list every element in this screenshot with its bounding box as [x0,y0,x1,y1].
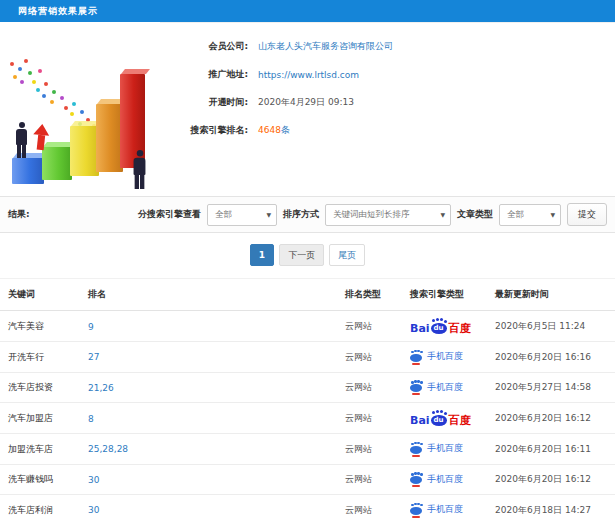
mobile-baidu-label: 手机百度 [427,442,463,455]
baidu-paw-icon: du [431,319,448,334]
info-field-value: 2020年4月29日 09:13 [258,96,354,109]
info-field-label: 开通时间: [160,96,248,109]
rank-type-cell: 云网站 [337,464,402,495]
info-field-value: 山东老人头汽车服务咨询有限公司 [258,40,393,53]
updated-time-cell: 2020年6月20日 16:16 [487,342,615,373]
table-row: 洗车赚钱吗 30 云网站 手机百度 2020年6月20日 16:12 [0,464,615,495]
rank-link[interactable]: 9 [88,322,94,332]
article-type-selected: 全部 [507,209,524,221]
confetti-decoration [10,62,14,66]
table-header-cell: 最新更新时间 [487,279,615,311]
mobile-baidu-logo: 手机百度 [410,381,463,394]
baidu-logo: Bai du 百度 [410,411,471,426]
sort-select[interactable]: 关键词由短到长排序 ▼ [325,204,451,226]
rank-type-cell: 云网站 [337,495,402,520]
rank-type-cell: 云网站 [337,342,402,373]
rank-type-cell: 云网站 [337,372,402,403]
info-row: 会员公司: 山东老人头汽车服务咨询有限公司 [160,37,607,56]
keyword-cell: 汽车美容 [0,311,80,342]
pagination-page-1[interactable]: 1 [250,244,274,266]
clipart-bar-yellow [70,126,99,176]
mobile-baidu-logo: 手机百度 [410,442,463,455]
bar-chart-clipart [0,22,160,196]
table-header-cell: 排名类型 [337,279,402,311]
rank-type-cell: 云网站 [337,311,402,342]
table-header-cell: 关键词 [0,279,80,311]
keyword-cell: 汽车加盟店 [0,403,80,434]
info-row: 搜索引擎排名: 4648条 [160,121,607,140]
info-value-link[interactable]: 山东老人头汽车服务咨询有限公司 [258,41,393,51]
rank-cell: 25,28,28 [80,434,337,465]
rank-link[interactable]: 21,26 [88,383,114,393]
engine-cell: Bai du 百度 [402,311,487,342]
rank-type-cell: 云网站 [337,434,402,465]
growth-arrow-icon [32,123,51,151]
keyword-cell: 洗车店投资 [0,372,80,403]
rank-cell: 30 [80,495,337,520]
engine-view-selected: 全部 [215,209,232,221]
table-row: 洗车店利润 30 云网站 手机百度 2020年6月18日 14:27 [0,495,615,520]
mobile-baidu-paw-icon [410,504,423,516]
mobile-baidu-paw-icon [410,351,423,363]
mobile-baidu-paw-icon [410,381,423,393]
mobile-baidu-paw-icon [410,473,423,485]
updated-time-cell: 2020年6月18日 14:27 [487,495,615,520]
info-field-label: 会员公司: [160,40,248,53]
engine-cell: 手机百度 [402,495,487,520]
info-row: 推广地址: https://www.lrtlsd.com [160,65,607,84]
article-type-select[interactable]: 全部 ▼ [499,204,561,226]
mobile-baidu-label: 手机百度 [427,503,463,516]
mobile-baidu-label: 手机百度 [427,473,463,486]
ranking-count[interactable]: 4648条 [258,125,290,135]
engine-view-select[interactable]: 全部 ▼ [207,204,277,226]
filter-bar: 结果: 分搜索引擎查看 全部 ▼ 排序方式 关键词由短到长排序 ▼ 文章类型 全… [0,196,615,233]
table-row: 洗车店投资 21,26 云网站 手机百度 2020年5月27日 14:58 [0,372,615,403]
baidu-logo: Bai du 百度 [410,319,471,334]
pagination-next-button[interactable]: 下一页 [279,244,324,266]
pagination-last-button[interactable]: 尾页 [329,244,365,266]
baidu-paw-icon: du [431,411,448,426]
page-title-bar: 网络营销效果展示 [0,0,615,22]
info-row: 开通时间: 2020年4月29日 09:13 [160,93,607,112]
rank-link[interactable]: 27 [88,352,99,362]
rank-link[interactable]: 25,28,28 [88,444,128,454]
info-section: 会员公司: 山东老人头汽车服务咨询有限公司 推广地址: https://www.… [0,22,615,196]
info-value-link[interactable]: https://www.lrtlsd.com [258,70,359,80]
info-field-label: 搜索引擎排名: [160,124,248,137]
engine-cell: 手机百度 [402,342,487,373]
updated-time-cell: 2020年6月20日 16:12 [487,464,615,495]
article-type-label: 文章类型 [457,208,493,221]
engine-cell: 手机百度 [402,464,487,495]
rank-cell: 27 [80,342,337,373]
rank-link[interactable]: 30 [88,475,99,485]
mobile-baidu-label: 手机百度 [427,350,463,363]
mobile-baidu-logo: 手机百度 [410,350,463,363]
updated-time-cell: 2020年5月27日 14:58 [487,372,615,403]
mobile-baidu-logo: 手机百度 [410,473,463,486]
mobile-baidu-logo: 手机百度 [410,503,463,516]
updated-time-cell: 2020年6月5日 11:24 [487,311,615,342]
info-field-label: 推广地址: [160,68,248,81]
chevron-down-icon: ▼ [550,211,555,218]
businessman-figure-right [134,150,146,189]
info-field-value: 4648条 [258,124,290,137]
rank-cell: 9 [80,311,337,342]
mobile-baidu-paw-icon [410,443,423,455]
table-row: 加盟洗车店 25,28,28 云网站 手机百度 2020年6月20日 16:11 [0,434,615,465]
keyword-ranking-table: 关键词 排名 排名类型 搜索引擎类型 最新更新时间 汽车美容 9 [0,278,615,520]
marketing-report-page: 网络营销效果展示 会员公司: [0,0,615,520]
table-row: 开洗车行 27 云网站 手机百度 2020年6月20日 16:16 [0,342,615,373]
engine-cell: Bai du 百度 [402,403,487,434]
info-field-value: https://www.lrtlsd.com [258,70,359,80]
info-value-text: 2020年4月29日 09:13 [258,97,354,107]
rank-link[interactable]: 30 [88,505,99,515]
rank-link[interactable]: 8 [88,414,94,424]
chevron-down-icon: ▼ [440,211,445,218]
chevron-down-icon: ▼ [266,211,271,218]
keyword-cell: 洗车店利润 [0,495,80,520]
keyword-cell: 加盟洗车店 [0,434,80,465]
sort-label: 排序方式 [283,208,319,221]
submit-button[interactable]: 提交 [567,203,607,226]
sort-selected: 关键词由短到长排序 [333,209,410,221]
keyword-cell: 洗车赚钱吗 [0,464,80,495]
